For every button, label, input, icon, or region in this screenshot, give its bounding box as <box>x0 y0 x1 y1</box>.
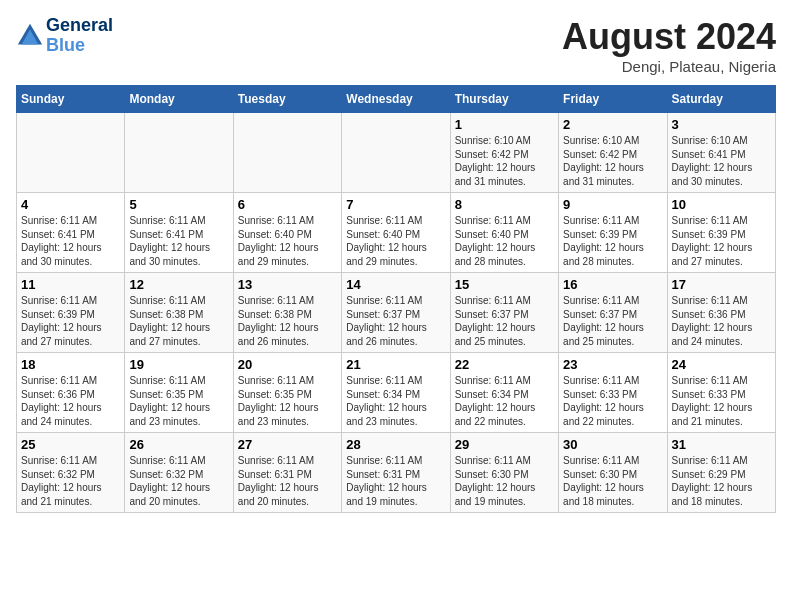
day-info: Sunrise: 6:11 AM Sunset: 6:34 PM Dayligh… <box>346 374 445 428</box>
day-number: 23 <box>563 357 662 372</box>
day-number: 14 <box>346 277 445 292</box>
day-info: Sunrise: 6:11 AM Sunset: 6:37 PM Dayligh… <box>346 294 445 348</box>
day-number: 8 <box>455 197 554 212</box>
calendar-day-cell: 14Sunrise: 6:11 AM Sunset: 6:37 PM Dayli… <box>342 273 450 353</box>
calendar-week-row: 25Sunrise: 6:11 AM Sunset: 6:32 PM Dayli… <box>17 433 776 513</box>
logo-text: General Blue <box>46 16 113 56</box>
day-number: 25 <box>21 437 120 452</box>
calendar-day-cell: 24Sunrise: 6:11 AM Sunset: 6:33 PM Dayli… <box>667 353 775 433</box>
calendar-day-cell: 8Sunrise: 6:11 AM Sunset: 6:40 PM Daylig… <box>450 193 558 273</box>
day-number: 7 <box>346 197 445 212</box>
day-info: Sunrise: 6:11 AM Sunset: 6:34 PM Dayligh… <box>455 374 554 428</box>
calendar-day-cell: 13Sunrise: 6:11 AM Sunset: 6:38 PM Dayli… <box>233 273 341 353</box>
days-of-week-row: SundayMondayTuesdayWednesdayThursdayFrid… <box>17 86 776 113</box>
day-of-week-header: Friday <box>559 86 667 113</box>
day-number: 1 <box>455 117 554 132</box>
day-number: 9 <box>563 197 662 212</box>
day-number: 27 <box>238 437 337 452</box>
day-of-week-header: Wednesday <box>342 86 450 113</box>
calendar-day-cell: 11Sunrise: 6:11 AM Sunset: 6:39 PM Dayli… <box>17 273 125 353</box>
day-number: 26 <box>129 437 228 452</box>
calendar-day-cell: 19Sunrise: 6:11 AM Sunset: 6:35 PM Dayli… <box>125 353 233 433</box>
day-number: 24 <box>672 357 771 372</box>
calendar-day-cell: 20Sunrise: 6:11 AM Sunset: 6:35 PM Dayli… <box>233 353 341 433</box>
calendar-day-cell: 5Sunrise: 6:11 AM Sunset: 6:41 PM Daylig… <box>125 193 233 273</box>
day-info: Sunrise: 6:11 AM Sunset: 6:30 PM Dayligh… <box>455 454 554 508</box>
day-number: 3 <box>672 117 771 132</box>
day-of-week-header: Saturday <box>667 86 775 113</box>
day-number: 31 <box>672 437 771 452</box>
calendar-week-row: 11Sunrise: 6:11 AM Sunset: 6:39 PM Dayli… <box>17 273 776 353</box>
calendar-day-cell: 29Sunrise: 6:11 AM Sunset: 6:30 PM Dayli… <box>450 433 558 513</box>
calendar-day-cell: 31Sunrise: 6:11 AM Sunset: 6:29 PM Dayli… <box>667 433 775 513</box>
day-number: 19 <box>129 357 228 372</box>
calendar-day-cell: 7Sunrise: 6:11 AM Sunset: 6:40 PM Daylig… <box>342 193 450 273</box>
day-info: Sunrise: 6:11 AM Sunset: 6:39 PM Dayligh… <box>21 294 120 348</box>
calendar-day-cell: 4Sunrise: 6:11 AM Sunset: 6:41 PM Daylig… <box>17 193 125 273</box>
calendar-table: SundayMondayTuesdayWednesdayThursdayFrid… <box>16 85 776 513</box>
calendar-day-cell: 18Sunrise: 6:11 AM Sunset: 6:36 PM Dayli… <box>17 353 125 433</box>
calendar-day-cell: 10Sunrise: 6:11 AM Sunset: 6:39 PM Dayli… <box>667 193 775 273</box>
calendar-week-row: 1Sunrise: 6:10 AM Sunset: 6:42 PM Daylig… <box>17 113 776 193</box>
calendar-day-cell <box>125 113 233 193</box>
calendar-day-cell: 21Sunrise: 6:11 AM Sunset: 6:34 PM Dayli… <box>342 353 450 433</box>
calendar-day-cell: 23Sunrise: 6:11 AM Sunset: 6:33 PM Dayli… <box>559 353 667 433</box>
day-number: 16 <box>563 277 662 292</box>
calendar-day-cell: 3Sunrise: 6:10 AM Sunset: 6:41 PM Daylig… <box>667 113 775 193</box>
calendar-day-cell <box>17 113 125 193</box>
day-number: 15 <box>455 277 554 292</box>
day-info: Sunrise: 6:11 AM Sunset: 6:38 PM Dayligh… <box>238 294 337 348</box>
day-info: Sunrise: 6:11 AM Sunset: 6:31 PM Dayligh… <box>346 454 445 508</box>
calendar-day-cell: 9Sunrise: 6:11 AM Sunset: 6:39 PM Daylig… <box>559 193 667 273</box>
day-number: 2 <box>563 117 662 132</box>
calendar-day-cell <box>342 113 450 193</box>
calendar-day-cell: 1Sunrise: 6:10 AM Sunset: 6:42 PM Daylig… <box>450 113 558 193</box>
calendar-day-cell: 28Sunrise: 6:11 AM Sunset: 6:31 PM Dayli… <box>342 433 450 513</box>
day-number: 6 <box>238 197 337 212</box>
day-info: Sunrise: 6:11 AM Sunset: 6:36 PM Dayligh… <box>672 294 771 348</box>
day-number: 13 <box>238 277 337 292</box>
day-number: 17 <box>672 277 771 292</box>
day-number: 10 <box>672 197 771 212</box>
day-info: Sunrise: 6:11 AM Sunset: 6:41 PM Dayligh… <box>21 214 120 268</box>
day-info: Sunrise: 6:11 AM Sunset: 6:39 PM Dayligh… <box>672 214 771 268</box>
calendar-day-cell: 2Sunrise: 6:10 AM Sunset: 6:42 PM Daylig… <box>559 113 667 193</box>
day-number: 20 <box>238 357 337 372</box>
day-info: Sunrise: 6:11 AM Sunset: 6:37 PM Dayligh… <box>563 294 662 348</box>
day-number: 22 <box>455 357 554 372</box>
day-info: Sunrise: 6:10 AM Sunset: 6:41 PM Dayligh… <box>672 134 771 188</box>
day-info: Sunrise: 6:11 AM Sunset: 6:41 PM Dayligh… <box>129 214 228 268</box>
day-info: Sunrise: 6:11 AM Sunset: 6:33 PM Dayligh… <box>563 374 662 428</box>
day-info: Sunrise: 6:11 AM Sunset: 6:32 PM Dayligh… <box>129 454 228 508</box>
month-title: August 2024 <box>562 16 776 58</box>
day-of-week-header: Thursday <box>450 86 558 113</box>
location: Dengi, Plateau, Nigeria <box>562 58 776 75</box>
day-info: Sunrise: 6:11 AM Sunset: 6:29 PM Dayligh… <box>672 454 771 508</box>
day-number: 30 <box>563 437 662 452</box>
day-number: 21 <box>346 357 445 372</box>
day-of-week-header: Monday <box>125 86 233 113</box>
calendar-day-cell: 15Sunrise: 6:11 AM Sunset: 6:37 PM Dayli… <box>450 273 558 353</box>
day-info: Sunrise: 6:11 AM Sunset: 6:31 PM Dayligh… <box>238 454 337 508</box>
day-info: Sunrise: 6:10 AM Sunset: 6:42 PM Dayligh… <box>455 134 554 188</box>
day-info: Sunrise: 6:11 AM Sunset: 6:38 PM Dayligh… <box>129 294 228 348</box>
calendar-day-cell: 22Sunrise: 6:11 AM Sunset: 6:34 PM Dayli… <box>450 353 558 433</box>
day-info: Sunrise: 6:11 AM Sunset: 6:40 PM Dayligh… <box>455 214 554 268</box>
day-number: 29 <box>455 437 554 452</box>
day-info: Sunrise: 6:11 AM Sunset: 6:40 PM Dayligh… <box>346 214 445 268</box>
day-info: Sunrise: 6:11 AM Sunset: 6:36 PM Dayligh… <box>21 374 120 428</box>
calendar-day-cell: 25Sunrise: 6:11 AM Sunset: 6:32 PM Dayli… <box>17 433 125 513</box>
day-number: 12 <box>129 277 228 292</box>
day-number: 11 <box>21 277 120 292</box>
logo: General Blue <box>16 16 113 56</box>
calendar-day-cell: 27Sunrise: 6:11 AM Sunset: 6:31 PM Dayli… <box>233 433 341 513</box>
day-info: Sunrise: 6:11 AM Sunset: 6:40 PM Dayligh… <box>238 214 337 268</box>
day-info: Sunrise: 6:11 AM Sunset: 6:35 PM Dayligh… <box>238 374 337 428</box>
day-number: 5 <box>129 197 228 212</box>
calendar-week-row: 18Sunrise: 6:11 AM Sunset: 6:36 PM Dayli… <box>17 353 776 433</box>
calendar-day-cell <box>233 113 341 193</box>
day-of-week-header: Sunday <box>17 86 125 113</box>
day-info: Sunrise: 6:11 AM Sunset: 6:32 PM Dayligh… <box>21 454 120 508</box>
day-number: 4 <box>21 197 120 212</box>
calendar-day-cell: 6Sunrise: 6:11 AM Sunset: 6:40 PM Daylig… <box>233 193 341 273</box>
